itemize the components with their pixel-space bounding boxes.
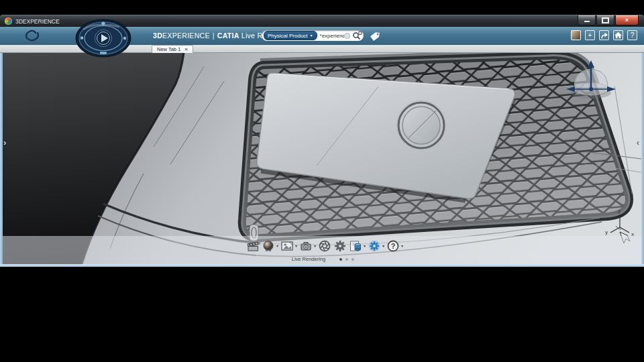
maximize-button[interactable] xyxy=(596,15,614,25)
brand-experience: EXPERIENCE xyxy=(162,32,210,40)
tag-button[interactable] xyxy=(368,29,381,42)
pagination-dot[interactable] xyxy=(345,258,348,261)
expand-right-panel-arrow[interactable]: ‹ xyxy=(637,138,639,147)
brand-catia: CATIA xyxy=(217,32,239,40)
render-toolbar: ▾ ▾ ▾ xyxy=(245,238,404,254)
window-title: 3DEXPERIENCE xyxy=(15,18,60,25)
gear-icon xyxy=(333,239,347,253)
app-compass-icon xyxy=(5,17,12,25)
materials-database-icon xyxy=(349,239,362,253)
help-button[interactable]: ? xyxy=(627,30,637,40)
header-actions: + ? xyxy=(571,30,637,40)
chevron-down-icon: ▼ xyxy=(310,34,313,38)
close-icon: × xyxy=(625,17,629,23)
3ds-logo-icon xyxy=(24,29,40,42)
help-dock-button[interactable]: ? xyxy=(385,239,400,254)
minimize-button[interactable] xyxy=(578,15,596,25)
clapperboard-icon xyxy=(246,239,260,253)
toolbar-section-label: Live Rendering xyxy=(275,256,342,262)
toolbar-pagination xyxy=(339,258,354,261)
plus-icon: + xyxy=(588,32,592,39)
materials-database-button[interactable] xyxy=(347,239,363,254)
chevron-down-icon[interactable]: ▾ xyxy=(295,244,297,248)
search-bar[interactable]: Physical Product ▼ *experience* xyxy=(262,30,364,41)
chevron-down-icon[interactable]: ▾ xyxy=(401,244,403,248)
axis-z-label: z xyxy=(618,208,621,215)
home-button[interactable] xyxy=(613,30,623,40)
aperture-icon xyxy=(318,239,331,253)
pagination-dot-active[interactable] xyxy=(339,258,342,261)
maximize-icon xyxy=(602,17,609,23)
user-avatar[interactable] xyxy=(571,30,581,40)
chevron-down-icon[interactable]: ▾ xyxy=(382,244,384,248)
3d-scene-car-grille[interactable]: z y x xyxy=(3,53,641,264)
axis-y-label: y xyxy=(605,229,608,235)
question-icon: ? xyxy=(631,32,635,39)
brand-separator: | xyxy=(213,32,215,40)
aperture-button[interactable] xyxy=(317,239,332,254)
window-controls: × xyxy=(577,15,639,25)
chevron-down-icon[interactable]: ▾ xyxy=(276,244,278,248)
share-arrow-icon xyxy=(600,31,608,40)
search-scope-dropdown[interactable]: Physical Product ▼ xyxy=(264,31,317,40)
screen: 3DEXPERIENCE × 3DEXPERIENCE|CATIA Live R… xyxy=(0,0,644,362)
svg-text:?: ? xyxy=(390,242,394,250)
clapperboard-button[interactable] xyxy=(245,239,260,254)
tab-label: New Tab 1 xyxy=(157,46,180,52)
image-icon xyxy=(280,239,294,253)
search-scope-label: Physical Product xyxy=(268,33,308,39)
expand-left-panel-arrow[interactable]: › xyxy=(3,138,6,147)
close-button[interactable]: × xyxy=(615,15,639,25)
compass-widget[interactable] xyxy=(75,19,131,58)
chevron-down-icon[interactable]: ▾ xyxy=(314,244,316,248)
window-border-right xyxy=(641,53,644,267)
pagination-dot[interactable] xyxy=(352,258,354,261)
brand-3d: 3D xyxy=(153,32,162,40)
camera-button[interactable] xyxy=(298,239,313,254)
render-settings-gear-icon xyxy=(368,239,381,253)
minimize-icon xyxy=(584,21,590,22)
camera-icon xyxy=(299,239,313,253)
render-sphere-button[interactable] xyxy=(260,239,276,254)
render-settings-button[interactable] xyxy=(366,239,382,254)
render-sphere-icon xyxy=(262,239,275,253)
search-input[interactable]: *experience* xyxy=(320,33,344,39)
capture-image-button[interactable] xyxy=(279,239,294,254)
share-button[interactable] xyxy=(599,30,609,40)
add-button[interactable]: + xyxy=(585,30,595,40)
home-icon xyxy=(614,31,623,40)
chevron-down-icon[interactable]: ▾ xyxy=(364,244,366,248)
help-icon: ? xyxy=(386,239,400,253)
settings-gear-button[interactable] xyxy=(332,239,347,254)
tab-close-icon[interactable]: × xyxy=(184,47,188,52)
tab-new-tab-1[interactable]: New Tab 1 × xyxy=(152,45,193,53)
window-border-bottom xyxy=(0,264,644,267)
search-options-icon[interactable] xyxy=(344,33,350,39)
search-icon[interactable] xyxy=(352,31,362,40)
